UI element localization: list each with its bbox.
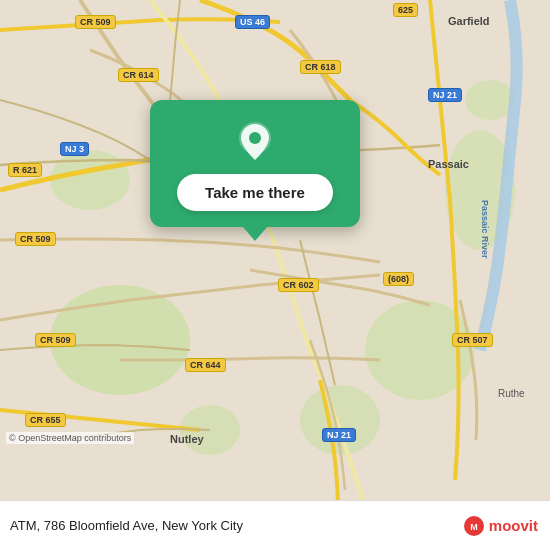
osm-attribution: © OpenStreetMap contributors bbox=[6, 432, 134, 444]
road-label-cr509-top: CR 509 bbox=[75, 15, 116, 29]
road-label-cr602: CR 602 bbox=[278, 278, 319, 292]
road-label-nj21-top: NJ 21 bbox=[428, 88, 462, 102]
location-pin-icon bbox=[233, 120, 277, 164]
road-label-nj21-lower: NJ 21 bbox=[322, 428, 356, 442]
road-label-608: (608) bbox=[383, 272, 414, 286]
svg-text:M: M bbox=[470, 522, 478, 532]
moovit-text: moovit bbox=[489, 517, 538, 534]
moovit-logo: M moovit bbox=[463, 515, 538, 537]
road-label-us46: US 46 bbox=[235, 15, 270, 29]
road-label-nj3: NJ 3 bbox=[60, 142, 89, 156]
road-label-cr509-lower: CR 509 bbox=[35, 333, 76, 347]
place-label-ruthe: Ruthe bbox=[498, 388, 525, 399]
take-me-there-button[interactable]: Take me there bbox=[177, 174, 333, 211]
place-label-nutley: Nutley bbox=[170, 433, 204, 445]
svg-point-7 bbox=[465, 80, 515, 120]
road-label-cr644: CR 644 bbox=[185, 358, 226, 372]
place-label-garfield: Garfield bbox=[448, 15, 490, 27]
moovit-logo-icon: M bbox=[463, 515, 485, 537]
road-label-cr614: CR 614 bbox=[118, 68, 159, 82]
address-label: ATM, 786 Bloomfield Ave, New York City bbox=[10, 518, 463, 533]
road-label-cr618: CR 618 bbox=[300, 60, 341, 74]
road-label-cr655: CR 655 bbox=[25, 413, 66, 427]
road-label-r621: R 621 bbox=[8, 163, 42, 177]
footer-bar: ATM, 786 Bloomfield Ave, New York City M… bbox=[0, 500, 550, 550]
place-label-passaic: Passaic bbox=[428, 158, 469, 170]
road-label-cr509-mid: CR 509 bbox=[15, 232, 56, 246]
river-label-passaic: Passaic River bbox=[480, 200, 490, 259]
svg-point-9 bbox=[249, 132, 261, 144]
map-svg bbox=[0, 0, 550, 500]
road-label-625: 625 bbox=[393, 3, 418, 17]
action-card: Take me there bbox=[150, 100, 360, 227]
map-container: CR 509 US 46 CR 614 CR 618 NJ 21 NJ 3 R … bbox=[0, 0, 550, 500]
road-label-cr507: CR 507 bbox=[452, 333, 493, 347]
